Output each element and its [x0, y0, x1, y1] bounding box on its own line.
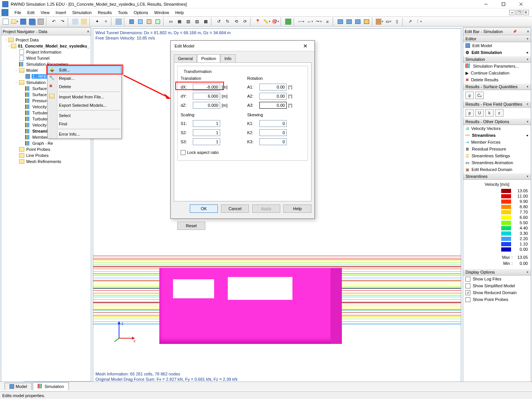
tree-item[interactable]: Graph - Re — [2, 140, 90, 146]
input-a1[interactable] — [259, 84, 287, 90]
tree-root[interactable]: − Project Data — [2, 37, 90, 43]
tb-rot-2[interactable]: ↻ — [223, 17, 232, 26]
tb-view-mode-1[interactable] — [127, 17, 136, 26]
dialog-titlebar[interactable]: Edit Model ✕ — [171, 41, 314, 51]
tree-item[interactable]: Point Probes — [2, 146, 90, 152]
menu-options[interactable]: Options — [131, 10, 151, 16]
tb-view-mode-4[interactable] — [154, 17, 162, 26]
eb-btn-p[interactable]: p — [465, 92, 474, 99]
tb-style[interactable]: 〰 — [297, 17, 305, 26]
eb-btn-p2[interactable]: p — [465, 109, 474, 117]
ctx-delete[interactable]: ✖Delete — [48, 82, 121, 91]
tb-export[interactable]: ↗ — [406, 17, 414, 26]
tb-pane-4[interactable] — [362, 17, 371, 26]
input-s3[interactable] — [193, 138, 220, 145]
check-show-reduced-domain[interactable]: ✔Show Reduced Domain — [463, 289, 531, 296]
tb-new[interactable] — [2, 17, 10, 26]
tb-view-mode-2[interactable] — [136, 17, 145, 26]
eb-continue-calc[interactable]: ▶Continue Calculation — [463, 70, 531, 76]
apply-button[interactable]: Apply — [252, 204, 280, 213]
tb-copy-view[interactable] — [71, 17, 79, 26]
eb-velocity-vectors[interactable]: ⇉Velocity Vectors — [463, 125, 531, 132]
menu-simulation[interactable]: Simulation — [69, 10, 95, 16]
viewport-tab-simulation[interactable]: Simulation — [33, 382, 69, 390]
ctx-select[interactable]: Select — [48, 111, 121, 120]
navigator-close[interactable]: ✕ — [87, 29, 89, 34]
input-a3[interactable] — [259, 102, 287, 109]
mdi-minimize[interactable]: ‒ — [509, 10, 515, 15]
eb-streamlines-settings[interactable]: ☰Streamlines Settings — [463, 152, 531, 159]
tree-item[interactable]: Project Information — [2, 49, 90, 55]
ctx-repair-[interactable]: 🔧Repair... — [48, 74, 121, 82]
menu-edit[interactable]: Edit — [24, 10, 38, 16]
tb-sel-5[interactable]: ▩ — [202, 17, 210, 26]
input-dy[interactable] — [193, 93, 220, 100]
input-s2[interactable] — [193, 129, 220, 136]
eb-edit-simulation[interactable]: ⚙Edit Simulation◄ — [463, 49, 531, 56]
eb-residual-pressure[interactable]: 🗎Residual Pressure — [463, 146, 531, 152]
tb-probe3[interactable]: 🎯 — [271, 17, 279, 26]
tb-open[interactable] — [10, 17, 19, 26]
mdi-restore[interactable]: ❐ — [516, 10, 522, 15]
tb-misc3[interactable]: ▯ — [393, 17, 401, 26]
eb-btn-u[interactable]: U — [475, 109, 484, 117]
tb-sel-2[interactable]: ▦ — [175, 17, 184, 26]
tb-wcs2[interactable]: ✧ — [102, 17, 110, 26]
ctx-export-selected-models-[interactable]: Export Selected Models... — [48, 101, 121, 109]
tb-calc[interactable] — [284, 17, 292, 26]
tb-saveall[interactable] — [28, 17, 36, 26]
tb-probe2[interactable]: 📏 — [262, 17, 271, 26]
maximize-button[interactable] — [495, 0, 512, 8]
tb-probe[interactable]: 📍 — [254, 17, 262, 26]
ctx-edit-[interactable]: Edit... — [48, 66, 121, 74]
tb-snapshot[interactable] — [80, 17, 88, 26]
tree-item[interactable]: −01_Concrete_Model_bez_vysledku_ — [2, 43, 90, 49]
eb-btn-k[interactable]: k — [485, 109, 494, 117]
tb-layers[interactable]: ≡ — [323, 17, 332, 26]
editbar-pin-icon[interactable]: 📌 — [513, 30, 517, 33]
tb-wcs[interactable]: ✦ — [93, 17, 101, 26]
tb-redo[interactable]: ↷ — [58, 17, 67, 26]
tb-sel-1[interactable]: ▭ — [167, 17, 175, 26]
cancel-button[interactable]: Cancel — [221, 204, 249, 213]
check-show-simplified-model[interactable]: Show Simplified Model — [463, 282, 531, 289]
tb-sel-4[interactable]: ▨ — [193, 17, 201, 26]
tb-sel-3[interactable]: ▧ — [184, 17, 192, 26]
tb-view-mode-3[interactable] — [145, 17, 153, 26]
tb-pane-2[interactable] — [345, 17, 353, 26]
input-s1[interactable] — [193, 120, 220, 127]
eb-btn-cp[interactable]: Cₚ — [475, 92, 484, 99]
tb-save[interactable] — [19, 17, 27, 26]
ctx-import-model-from-file-[interactable]: Import Model from File... — [48, 93, 121, 101]
eb-streamlines[interactable]: 〰Streamlines◄ — [463, 132, 531, 139]
ctx-error-info-[interactable]: Error Info... — [48, 130, 121, 138]
reset-button[interactable]: Reset — [177, 222, 205, 230]
tb-rot-4[interactable]: ⟳ — [241, 17, 249, 26]
lock-ratio-checkbox[interactable] — [181, 150, 186, 155]
eb-edit-model[interactable]: Edit Model — [463, 42, 531, 49]
eb-member-forces[interactable]: ⇥Member Forces — [463, 139, 531, 146]
menu-insert[interactable]: Insert — [52, 10, 69, 16]
tb-grid[interactable] — [114, 17, 123, 26]
tree-item[interactable]: Mesh Refinements — [2, 158, 90, 165]
minimize-button[interactable] — [477, 0, 495, 8]
ok-button[interactable]: OK — [190, 204, 218, 213]
eb-streamlines-animation[interactable]: ▭Streamlines Animation — [463, 159, 531, 166]
input-a2[interactable] — [259, 93, 287, 100]
tb-print[interactable] — [37, 17, 45, 26]
tb-pane-1[interactable] — [336, 17, 345, 26]
mdi-close[interactable]: ✕ — [523, 10, 529, 15]
eb-delete-results[interactable]: ✖Delete Results — [463, 76, 531, 83]
input-k1[interactable] — [259, 120, 287, 127]
tb-rot-3[interactable]: ⟲ — [232, 17, 240, 26]
menu-file[interactable]: File — [11, 10, 24, 16]
dialog-tab-info[interactable]: Info — [220, 54, 235, 62]
input-dz[interactable] — [193, 102, 220, 109]
menu-tools[interactable]: Tools — [115, 10, 131, 16]
check-show-point-probes[interactable]: Show Point Probes — [463, 296, 531, 303]
tb-more[interactable]: ⋮ — [414, 17, 423, 26]
input-k3[interactable] — [259, 138, 287, 145]
eb-edit-reduced-domain[interactable]: ▣Edit Reduced Domain — [463, 166, 531, 173]
tb-arrows[interactable]: ↔ — [306, 17, 314, 26]
help-button[interactable]: Help — [283, 204, 311, 213]
